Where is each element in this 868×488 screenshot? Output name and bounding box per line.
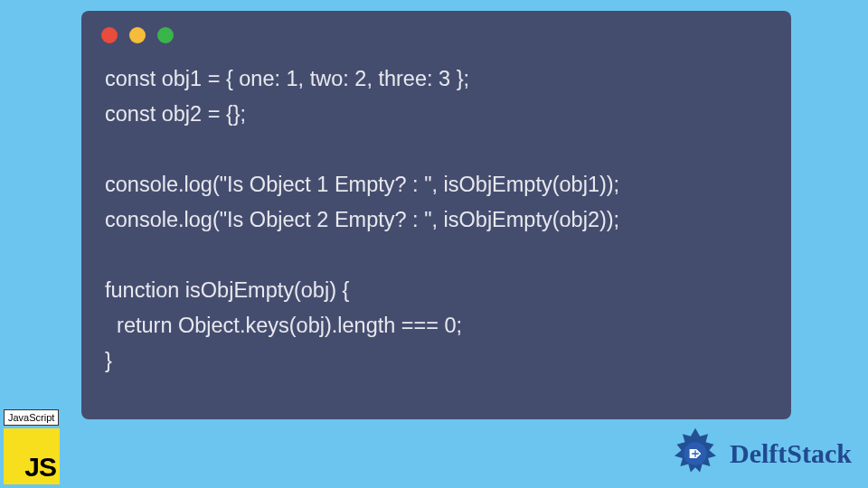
window-minimize-dot bbox=[129, 27, 146, 43]
delftstack-logo-icon bbox=[666, 425, 724, 483]
window-close-dot bbox=[101, 27, 118, 43]
javascript-badge: JavaScript JS bbox=[4, 408, 78, 484]
javascript-label: JavaScript bbox=[4, 409, 59, 426]
delftstack-brand: DelftStack bbox=[666, 425, 852, 483]
delftstack-name: DelftStack bbox=[730, 438, 852, 469]
window-maximize-dot bbox=[157, 27, 174, 43]
code-block: const obj1 = { one: 1, two: 2, three: 3 … bbox=[81, 61, 791, 379]
code-window: const obj1 = { one: 1, two: 2, three: 3 … bbox=[81, 11, 791, 419]
traffic-lights bbox=[81, 27, 791, 43]
javascript-logo-icon: JS bbox=[4, 428, 60, 484]
javascript-logo-text: JS bbox=[24, 454, 56, 481]
